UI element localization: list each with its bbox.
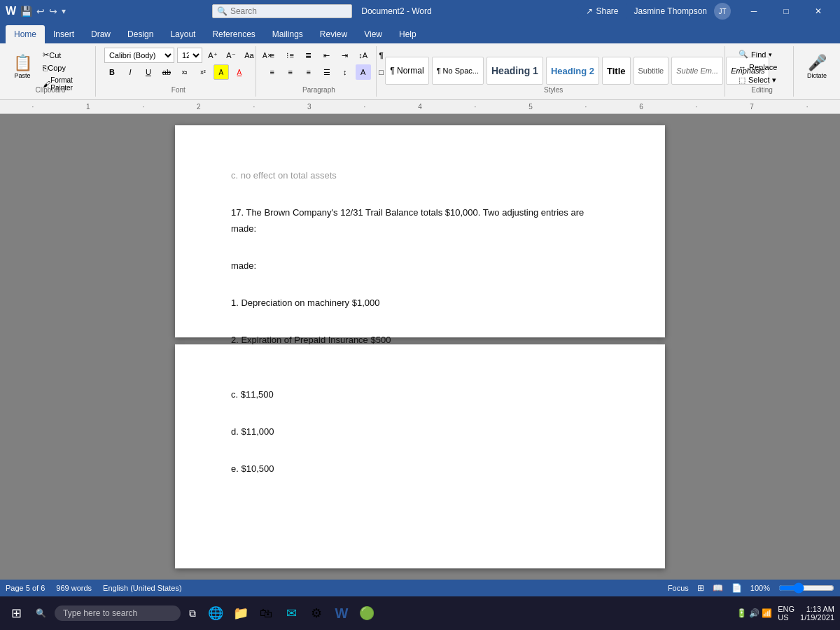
- tab-insert[interactable]: Insert: [45, 25, 83, 43]
- quick-access-save[interactable]: 💾: [20, 6, 32, 17]
- taskbar-time: 1:13 AM: [800, 605, 834, 613]
- maximize-button[interactable]: □: [770, 0, 802, 22]
- taskbar-date: 1/19/2021: [800, 613, 834, 622]
- change-case-button[interactable]: Aa: [241, 48, 257, 63]
- close-button[interactable]: ✕: [802, 0, 834, 22]
- option-c: c. $11,500: [231, 386, 609, 402]
- document-page-top[interactable]: c. no effect on total assets 17. The Bro…: [175, 125, 665, 337]
- focus-button[interactable]: Focus: [668, 584, 689, 592]
- superscript-button[interactable]: x²: [195, 64, 211, 80]
- bold-button[interactable]: B: [104, 64, 120, 80]
- settings-icon[interactable]: ⚙: [305, 602, 328, 624]
- style-title[interactable]: Title: [602, 57, 631, 85]
- cut-icon: ✂: [43, 50, 49, 59]
- window-controls: ─ □ ✕: [738, 0, 834, 22]
- find-icon: 🔍: [738, 50, 748, 59]
- highlight-button[interactable]: A: [214, 64, 229, 80]
- paragraph-label: Paragraph: [302, 86, 335, 94]
- grow-font-button[interactable]: A⁺: [205, 48, 220, 63]
- quick-access-more[interactable]: ▾: [62, 6, 66, 16]
- style-subtle-em[interactable]: Subtle Em...: [671, 57, 723, 85]
- task-view-button[interactable]: ⧉: [183, 605, 202, 622]
- option-e: e. $10,500: [231, 461, 609, 477]
- align-right-button[interactable]: ≡: [301, 64, 316, 80]
- tab-design[interactable]: Design: [119, 25, 162, 43]
- style-subtitle[interactable]: Subtitle: [634, 57, 669, 85]
- status-right: Focus ⊞ 📖 📄 100%: [668, 583, 834, 593]
- search-input[interactable]: [230, 6, 347, 16]
- justify-button[interactable]: ☰: [319, 64, 335, 80]
- question-17: 17. The Brown Company's 12/31 Trail Bala…: [231, 204, 609, 237]
- increase-indent-button[interactable]: ⇥: [337, 48, 353, 63]
- zoom-slider[interactable]: [778, 584, 834, 592]
- document-page-bottom[interactable]: c. $11,500 d. $11,000 e. $10,500: [175, 344, 665, 568]
- document-scroll-area[interactable]: c. no effect on total assets 17. The Bro…: [0, 114, 840, 580]
- italic-button[interactable]: I: [122, 64, 138, 80]
- find-button[interactable]: 🔍 Find ▾: [734, 48, 777, 61]
- shrink-font-button[interactable]: A⁻: [223, 48, 239, 63]
- style-heading1[interactable]: Heading 1: [486, 57, 543, 85]
- shading-button[interactable]: A: [356, 64, 371, 80]
- file-explorer-icon[interactable]: 📁: [230, 602, 252, 624]
- taskbar-language: ENG US: [778, 605, 794, 622]
- word-logo-icon: W: [6, 5, 16, 18]
- subscript-button[interactable]: x₂: [177, 64, 192, 80]
- chrome-icon[interactable]: 🟢: [356, 602, 378, 624]
- align-left-button[interactable]: ≡: [265, 64, 280, 80]
- tab-references[interactable]: References: [204, 25, 263, 43]
- decrease-indent-button[interactable]: ⇤: [319, 48, 335, 63]
- tab-view[interactable]: View: [356, 25, 391, 43]
- tab-mailings[interactable]: Mailings: [264, 25, 312, 43]
- select-button[interactable]: ⬚ Select ▾: [734, 74, 781, 87]
- copy-button[interactable]: ⎘ Copy: [39, 62, 90, 74]
- font-size-select[interactable]: 12: [177, 48, 202, 63]
- paste-button[interactable]: 📋 Paste: [8, 48, 36, 85]
- quick-access-redo[interactable]: ↪: [49, 6, 57, 17]
- clipboard-group: 📋 Paste ✂ Cut ⎘ Copy 🖌 Format Painter: [6, 46, 96, 97]
- layout-view-icon[interactable]: ⊞: [697, 583, 704, 593]
- microphone-icon: 🎤: [808, 54, 827, 72]
- styles-gallery: ¶ Normal ¶ No Spac... Heading 1 Heading …: [385, 48, 777, 94]
- app-container: W 💾 ↩ ↪ ▾ 🔍 Document2 - Word ↗ Share Jas…: [0, 0, 840, 630]
- minimize-button[interactable]: ─: [738, 0, 770, 22]
- print-layout-icon[interactable]: 📄: [732, 583, 742, 593]
- search-button[interactable]: 🔍: [30, 606, 52, 621]
- bullets-button[interactable]: ≡: [265, 48, 280, 63]
- tab-review[interactable]: Review: [312, 25, 356, 43]
- cut-button[interactable]: ✂ Cut: [39, 49, 90, 61]
- font-color-button[interactable]: A: [232, 64, 247, 80]
- taskbar-search-input[interactable]: [55, 606, 181, 621]
- tab-draw[interactable]: Draw: [83, 25, 119, 43]
- style-normal[interactable]: ¶ Normal: [385, 57, 428, 85]
- multilevel-button[interactable]: ≣: [301, 48, 316, 63]
- tab-help[interactable]: Help: [391, 25, 425, 43]
- tab-home[interactable]: Home: [6, 25, 45, 43]
- title-bar-right: ↗ Share Jasmine Thompson JT ─ □ ✕: [578, 0, 834, 22]
- edge-icon[interactable]: 🌐: [204, 602, 227, 624]
- style-nospace[interactable]: ¶ No Spac...: [432, 57, 484, 85]
- document-title: Document2 - Word: [361, 6, 431, 16]
- read-mode-icon[interactable]: 📖: [713, 583, 723, 593]
- line-spacing-button[interactable]: ↕: [337, 64, 353, 80]
- numbering-button[interactable]: ⁝≡: [283, 48, 298, 63]
- strikethrough-button[interactable]: ab: [159, 64, 174, 80]
- store-icon[interactable]: 🛍: [255, 602, 277, 624]
- tab-layout[interactable]: Layout: [162, 25, 204, 43]
- mail-icon[interactable]: ✉: [280, 602, 302, 624]
- font-label: Font: [172, 86, 186, 94]
- editing-label: Editing: [751, 86, 773, 94]
- underline-button[interactable]: U: [141, 64, 156, 80]
- start-button[interactable]: ⊞: [6, 603, 27, 624]
- styles-group: ¶ Normal ¶ No Spac... Heading 1 Heading …: [382, 46, 725, 97]
- align-center-button[interactable]: ≡: [283, 64, 298, 80]
- dictate-button[interactable]: 🎤 Dictate: [802, 48, 832, 85]
- sort-button[interactable]: ↕A: [356, 48, 371, 63]
- document-made: made:: [231, 258, 609, 274]
- share-button[interactable]: ↗ Share: [578, 4, 626, 19]
- word-taskbar-icon[interactable]: W: [330, 602, 353, 624]
- option-d: d. $11,000: [231, 424, 609, 440]
- quick-access-undo[interactable]: ↩: [36, 6, 45, 17]
- font-family-select[interactable]: Calibri (Body): [104, 48, 174, 63]
- style-heading2[interactable]: Heading 2: [546, 57, 599, 85]
- replace-button[interactable]: ↔ Replace: [734, 61, 782, 74]
